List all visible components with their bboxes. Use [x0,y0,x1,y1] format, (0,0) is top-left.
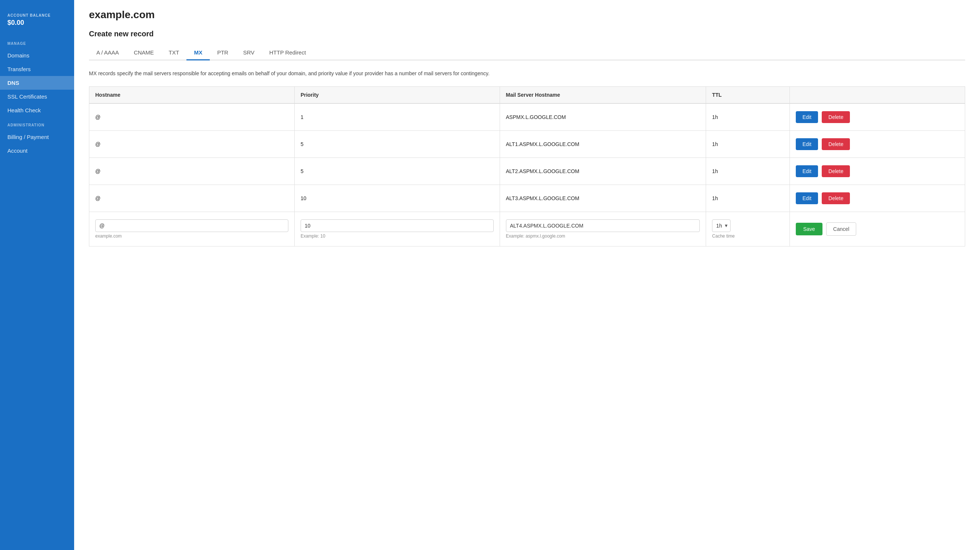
record-type-tabs: A / AAAA CNAME TXT MX PTR SRV HTTP Redir… [89,46,965,60]
tab-http-redirect[interactable]: HTTP Redirect [262,46,313,60]
cell-ttl: 1h [706,103,790,131]
ttl-hint: Cache time [712,234,784,239]
edit-button[interactable]: Edit [796,192,818,204]
cell-mail-server: ALT2.ASPMX.L.GOOGLE.COM [500,158,706,185]
tab-ptr[interactable]: PTR [210,46,236,60]
edit-button[interactable]: Edit [796,165,818,177]
delete-button[interactable]: Delete [822,111,850,123]
balance-label: ACCOUNT BALANCE [7,13,67,17]
balance-value: $0.00 [7,19,67,27]
sidebar-item-ssl[interactable]: SSL Certificates [0,90,74,103]
cell-ttl: 1h [706,131,790,158]
cancel-button[interactable]: Cancel [826,223,857,236]
cell-hostname: @ [89,185,295,212]
mx-description: MX records specify the mail servers resp… [89,69,497,78]
table-header-row: Hostname Priority Mail Server Hostname T… [89,87,965,104]
cell-ttl: 1h [706,158,790,185]
cell-actions: Edit Delete [790,131,965,158]
sidebar-item-health-check[interactable]: Health Check [0,103,74,117]
delete-button[interactable]: Delete [822,192,850,204]
sidebar-item-account[interactable]: Account [0,144,74,157]
new-mail-server-input[interactable] [506,219,700,232]
cell-mail-server: ASPMX.L.GOOGLE.COM [500,103,706,131]
edit-button[interactable]: Edit [796,111,818,123]
new-mail-server-cell: Example: aspmx.l.google.com [500,212,706,246]
section-title: Create new record [89,30,965,38]
new-ttl-cell: 1h30m2h4h8h12h24h ▼ Cache time [706,212,790,246]
priority-hint: Example: 10 [301,234,494,239]
edit-button[interactable]: Edit [796,138,818,150]
cell-mail-server: ALT1.ASPMX.L.GOOGLE.COM [500,131,706,158]
cell-ttl: 1h [706,185,790,212]
main-content: example.com Create new record A / AAAA C… [74,0,980,550]
cell-priority: 10 [294,185,500,212]
sidebar-item-dns[interactable]: DNS [0,76,74,90]
administration-section-label: ADMINISTRATION [0,117,74,130]
new-priority-input[interactable] [301,219,494,232]
cell-priority: 5 [294,131,500,158]
col-mail-server: Mail Server Hostname [500,87,706,104]
new-priority-cell: Example: 10 [294,212,500,246]
domain-title: example.com [89,9,965,21]
sidebar: ACCOUNT BALANCE $0.00 MANAGE Domains Tra… [0,0,74,550]
table-row: @ 5 ALT1.ASPMX.L.GOOGLE.COM 1h Edit Dele… [89,131,965,158]
sidebar-item-domains[interactable]: Domains [0,49,74,62]
table-row: @ 1 ASPMX.L.GOOGLE.COM 1h Edit Delete [89,103,965,131]
new-hostname-input[interactable] [95,219,288,232]
new-ttl-select[interactable]: 1h30m2h4h8h12h24h [712,219,730,232]
cell-hostname: @ [89,158,295,185]
tab-srv[interactable]: SRV [236,46,262,60]
cell-priority: 1 [294,103,500,131]
tab-cname[interactable]: CNAME [126,46,161,60]
dns-records-table: Hostname Priority Mail Server Hostname T… [89,86,965,246]
cell-actions: Edit Delete [790,103,965,131]
delete-button[interactable]: Delete [822,138,850,150]
tab-a-aaaa[interactable]: A / AAAA [89,46,126,60]
mail-server-hint: Example: aspmx.l.google.com [506,234,700,239]
new-hostname-cell: example.com [89,212,295,246]
cell-actions: Edit Delete [790,185,965,212]
tab-txt[interactable]: TXT [161,46,186,60]
sidebar-item-billing[interactable]: Billing / Payment [0,130,74,144]
save-button[interactable]: Save [796,223,822,235]
col-priority: Priority [294,87,500,104]
manage-section-label: MANAGE [0,36,74,49]
table-row: @ 10 ALT3.ASPMX.L.GOOGLE.COM 1h Edit Del… [89,185,965,212]
account-balance-section: ACCOUNT BALANCE $0.00 [0,7,74,36]
col-actions [790,87,965,104]
cell-mail-server: ALT3.ASPMX.L.GOOGLE.COM [500,185,706,212]
delete-button[interactable]: Delete [822,165,850,177]
cell-hostname: @ [89,103,295,131]
col-hostname: Hostname [89,87,295,104]
new-record-row: example.com Example: 10 Example: aspmx.l… [89,212,965,246]
col-ttl: TTL [706,87,790,104]
hostname-hint: example.com [95,234,288,239]
sidebar-item-transfers[interactable]: Transfers [0,62,74,76]
tab-mx[interactable]: MX [186,46,210,60]
cell-priority: 5 [294,158,500,185]
cell-hostname: @ [89,131,295,158]
table-row: @ 5 ALT2.ASPMX.L.GOOGLE.COM 1h Edit Dele… [89,158,965,185]
cell-actions: Edit Delete [790,158,965,185]
new-record-actions: Save Cancel [790,212,965,246]
